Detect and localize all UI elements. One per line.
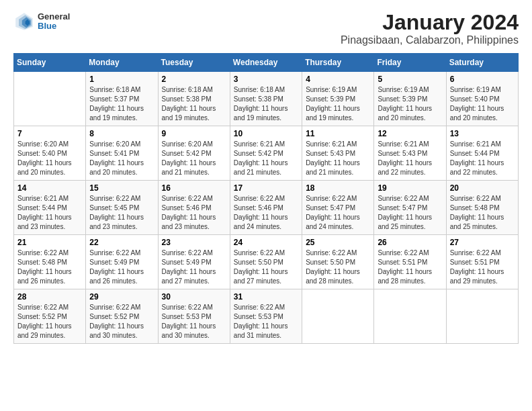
day-info: Sunrise: 6:22 AMSunset: 5:45 PMDaylight:… <box>89 194 154 232</box>
day-number: 15 <box>89 183 154 193</box>
day-info: Sunrise: 6:22 AMSunset: 5:48 PMDaylight:… <box>17 248 82 286</box>
day-number: 3 <box>234 75 298 84</box>
calendar-cell <box>302 289 374 344</box>
day-info: Sunrise: 6:22 AMSunset: 5:52 PMDaylight:… <box>89 303 154 340</box>
logo-blue: Blue <box>38 21 70 31</box>
day-info: Sunrise: 6:22 AMSunset: 5:53 PMDaylight:… <box>162 303 226 340</box>
calendar-cell: 13Sunrise: 6:21 AMSunset: 5:44 PMDayligh… <box>446 126 518 181</box>
day-info: Sunrise: 6:22 AMSunset: 5:49 PMDaylight:… <box>162 248 226 286</box>
day-number: 26 <box>378 238 442 247</box>
day-info: Sunrise: 6:19 AMSunset: 5:39 PMDaylight:… <box>306 85 370 123</box>
day-info: Sunrise: 6:21 AMSunset: 5:44 PMDaylight:… <box>450 140 515 177</box>
day-number: 8 <box>89 129 154 138</box>
calendar-body: 1Sunrise: 6:18 AMSunset: 5:37 PMDaylight… <box>14 72 519 344</box>
day-number: 6 <box>450 75 515 84</box>
calendar-week-row: 28Sunrise: 6:22 AMSunset: 5:52 PMDayligh… <box>14 289 519 344</box>
day-info: Sunrise: 6:19 AMSunset: 5:40 PMDaylight:… <box>450 85 515 123</box>
calendar-cell: 9Sunrise: 6:20 AMSunset: 5:42 PMDaylight… <box>158 126 230 181</box>
calendar-cell: 15Sunrise: 6:22 AMSunset: 5:45 PMDayligh… <box>86 181 158 235</box>
day-number: 18 <box>306 183 370 193</box>
day-info: Sunrise: 6:22 AMSunset: 5:51 PMDaylight:… <box>378 248 442 286</box>
day-info: Sunrise: 6:22 AMSunset: 5:49 PMDaylight:… <box>89 248 154 286</box>
day-info: Sunrise: 6:21 AMSunset: 5:43 PMDaylight:… <box>306 140 370 177</box>
calendar-cell: 6Sunrise: 6:19 AMSunset: 5:40 PMDaylight… <box>446 72 518 126</box>
calendar-cell: 3Sunrise: 6:18 AMSunset: 5:38 PMDaylight… <box>230 72 302 126</box>
calendar-week-row: 7Sunrise: 6:20 AMSunset: 5:40 PMDaylight… <box>14 126 519 181</box>
calendar-cell: 14Sunrise: 6:21 AMSunset: 5:44 PMDayligh… <box>14 181 86 235</box>
calendar-cell: 7Sunrise: 6:20 AMSunset: 5:40 PMDaylight… <box>14 126 86 181</box>
calendar-cell: 20Sunrise: 6:22 AMSunset: 5:48 PMDayligh… <box>446 181 518 235</box>
day-number: 31 <box>234 292 298 302</box>
weekday-header: Monday <box>86 54 158 72</box>
day-info: Sunrise: 6:19 AMSunset: 5:39 PMDaylight:… <box>378 85 442 123</box>
day-number: 27 <box>450 238 515 247</box>
day-info: Sunrise: 6:22 AMSunset: 5:52 PMDaylight:… <box>17 303 82 340</box>
day-number: 19 <box>378 183 442 193</box>
calendar-cell: 21Sunrise: 6:22 AMSunset: 5:48 PMDayligh… <box>14 235 86 289</box>
logo-icon <box>13 11 35 32</box>
day-number: 2 <box>162 75 226 84</box>
day-info: Sunrise: 6:22 AMSunset: 5:47 PMDaylight:… <box>378 194 442 232</box>
calendar-cell: 1Sunrise: 6:18 AMSunset: 5:37 PMDaylight… <box>86 72 158 126</box>
calendar-header: SundayMondayTuesdayWednesdayThursdayFrid… <box>14 54 519 72</box>
calendar-cell: 12Sunrise: 6:21 AMSunset: 5:43 PMDayligh… <box>374 126 446 181</box>
day-number: 7 <box>17 129 82 138</box>
calendar-cell: 27Sunrise: 6:22 AMSunset: 5:51 PMDayligh… <box>446 235 518 289</box>
day-number: 12 <box>378 129 442 138</box>
day-number: 14 <box>17 183 82 193</box>
day-number: 24 <box>234 238 298 247</box>
day-info: Sunrise: 6:18 AMSunset: 5:38 PMDaylight:… <box>162 85 226 123</box>
day-info: Sunrise: 6:21 AMSunset: 5:44 PMDaylight:… <box>17 194 82 232</box>
day-number: 13 <box>450 129 515 138</box>
weekday-header: Saturday <box>446 54 518 72</box>
day-info: Sunrise: 6:21 AMSunset: 5:42 PMDaylight:… <box>234 140 298 177</box>
day-number: 16 <box>162 183 226 193</box>
calendar-cell: 5Sunrise: 6:19 AMSunset: 5:39 PMDaylight… <box>374 72 446 126</box>
day-number: 30 <box>162 292 226 302</box>
calendar-cell: 10Sunrise: 6:21 AMSunset: 5:42 PMDayligh… <box>230 126 302 181</box>
day-number: 21 <box>17 238 82 247</box>
calendar-week-row: 1Sunrise: 6:18 AMSunset: 5:37 PMDaylight… <box>14 72 519 126</box>
calendar-week-row: 21Sunrise: 6:22 AMSunset: 5:48 PMDayligh… <box>14 235 519 289</box>
day-number: 1 <box>89 75 154 84</box>
calendar-cell: 30Sunrise: 6:22 AMSunset: 5:53 PMDayligh… <box>158 289 230 344</box>
calendar-subtitle: Pinagsibaan, Calabarzon, Philippines <box>341 34 519 46</box>
day-number: 4 <box>306 75 370 84</box>
day-number: 29 <box>89 292 154 302</box>
calendar-cell: 26Sunrise: 6:22 AMSunset: 5:51 PMDayligh… <box>374 235 446 289</box>
calendar-table: SundayMondayTuesdayWednesdayThursdayFrid… <box>13 53 519 344</box>
logo-text: General Blue <box>38 12 70 32</box>
calendar-cell: 29Sunrise: 6:22 AMSunset: 5:52 PMDayligh… <box>86 289 158 344</box>
day-info: Sunrise: 6:20 AMSunset: 5:41 PMDaylight:… <box>89 140 154 177</box>
day-info: Sunrise: 6:22 AMSunset: 5:50 PMDaylight:… <box>234 248 298 286</box>
day-number: 25 <box>306 238 370 247</box>
logo-general: General <box>38 12 70 21</box>
calendar-cell <box>14 72 86 126</box>
calendar-title: January 2024 <box>341 11 519 34</box>
day-number: 22 <box>89 238 154 247</box>
calendar-cell: 11Sunrise: 6:21 AMSunset: 5:43 PMDayligh… <box>302 126 374 181</box>
day-number: 11 <box>306 129 370 138</box>
calendar-cell: 28Sunrise: 6:22 AMSunset: 5:52 PMDayligh… <box>14 289 86 344</box>
day-number: 10 <box>234 129 298 138</box>
day-info: Sunrise: 6:22 AMSunset: 5:46 PMDaylight:… <box>162 194 226 232</box>
day-info: Sunrise: 6:22 AMSunset: 5:48 PMDaylight:… <box>450 194 515 232</box>
day-info: Sunrise: 6:18 AMSunset: 5:38 PMDaylight:… <box>234 85 298 123</box>
day-number: 23 <box>162 238 226 247</box>
logo: General Blue <box>13 11 70 32</box>
day-number: 28 <box>17 292 82 302</box>
day-number: 5 <box>378 75 442 84</box>
calendar-cell: 22Sunrise: 6:22 AMSunset: 5:49 PMDayligh… <box>86 235 158 289</box>
calendar-cell <box>374 289 446 344</box>
day-info: Sunrise: 6:22 AMSunset: 5:46 PMDaylight:… <box>234 194 298 232</box>
calendar-cell: 16Sunrise: 6:22 AMSunset: 5:46 PMDayligh… <box>158 181 230 235</box>
weekday-header: Sunday <box>14 54 86 72</box>
page-header: General Blue January 2024 Pinagsibaan, C… <box>13 11 519 46</box>
day-info: Sunrise: 6:21 AMSunset: 5:43 PMDaylight:… <box>378 140 442 177</box>
weekday-row: SundayMondayTuesdayWednesdayThursdayFrid… <box>14 54 519 72</box>
weekday-header: Friday <box>374 54 446 72</box>
weekday-header: Thursday <box>302 54 374 72</box>
day-info: Sunrise: 6:22 AMSunset: 5:50 PMDaylight:… <box>306 248 370 286</box>
calendar-cell: 25Sunrise: 6:22 AMSunset: 5:50 PMDayligh… <box>302 235 374 289</box>
calendar-cell: 17Sunrise: 6:22 AMSunset: 5:46 PMDayligh… <box>230 181 302 235</box>
